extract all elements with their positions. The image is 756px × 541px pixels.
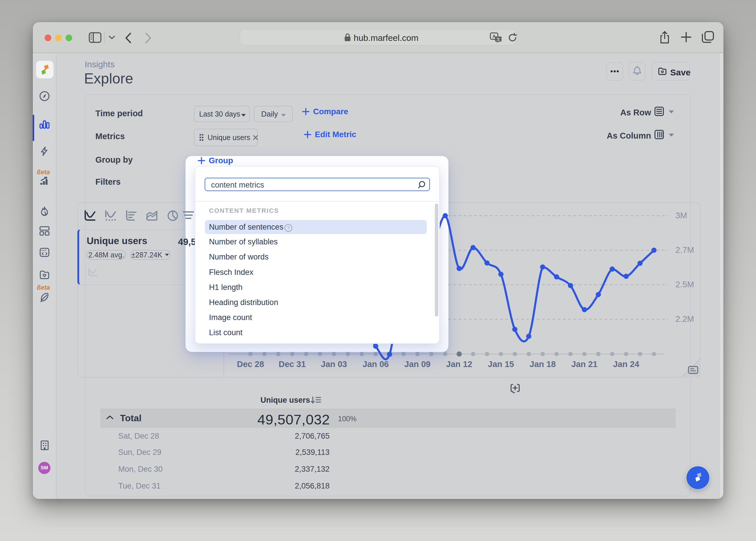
svg-text:文: 文	[496, 37, 500, 41]
svg-text:?: ?	[287, 226, 290, 231]
